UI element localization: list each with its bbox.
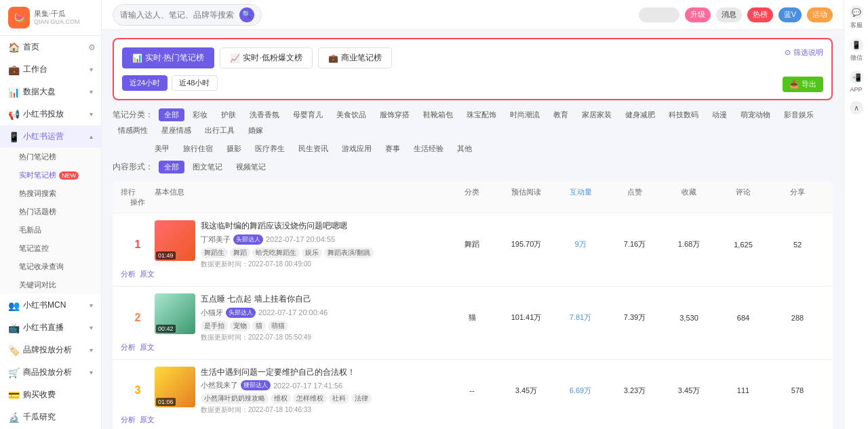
cat-btn-fragrance[interactable]: 洗香香氛: [244, 108, 285, 121]
header-right: 升级 消息 热榜 蓝V 活动: [639, 7, 833, 22]
analyze-link[interactable]: 分析: [121, 415, 136, 425]
cat-btn-news[interactable]: 民生资讯: [293, 142, 334, 155]
cat-btn-makeup[interactable]: 彩妆: [187, 108, 213, 121]
collapse-item[interactable]: ∧: [850, 101, 863, 115]
col-action: 操作: [121, 197, 155, 207]
note-update-time: 数据更新时间：2022-07-18 00:49:00: [201, 260, 445, 269]
tab-realtime-low-fans[interactable]: 📈 实时·低粉爆文榜: [220, 47, 312, 68]
sidebar-item-xhs-op[interactable]: 📱 小红书运营 ▴: [0, 125, 101, 148]
sidebar-item-product[interactable]: 🛒 商品投放分析 ▾: [0, 361, 101, 384]
col-info: 基本信息: [155, 187, 445, 197]
analyze-link[interactable]: 分析: [121, 342, 136, 352]
sidebar-item-keyword-compare[interactable]: 关键词对比: [0, 276, 101, 294]
wechat-item[interactable]: 📱 微信: [850, 38, 863, 62]
sidebar-item-mcn[interactable]: 👥 小红书MCN ▾: [0, 294, 101, 316]
cat-btn-food[interactable]: 美食饮品: [331, 108, 372, 121]
sidebar-item-realtime-notes[interactable]: 实时笔记榜 NEW: [0, 166, 101, 184]
cat-btn-photo[interactable]: 摄影: [221, 142, 247, 155]
sidebar-item-hot-notes[interactable]: 热门笔记榜: [0, 148, 101, 166]
cat-btn-nailart[interactable]: 美甲: [149, 142, 175, 155]
cat-btn-travel-tools[interactable]: 出行工具: [199, 124, 240, 137]
original-link[interactable]: 原文: [140, 342, 155, 352]
cat-btn-skincare[interactable]: 护肤: [216, 108, 241, 121]
cat-btn-jewelry[interactable]: 珠宝配饰: [461, 108, 502, 121]
cat-btn-life[interactable]: 生活经验: [408, 142, 449, 155]
sidebar-item-xhs-put[interactable]: 📢 小红书投放 ▾: [0, 103, 101, 125]
cat-btn-sports[interactable]: 赛事: [380, 142, 406, 155]
sidebar-item-research[interactable]: 🔬 千瓜研究: [0, 406, 101, 428]
collect-cell: 1.68万: [662, 239, 716, 249]
note-title[interactable]: 生活中遇到问题一定要维护自己的合法权！: [201, 367, 445, 378]
header-btn-orange[interactable]: 活动: [807, 7, 833, 22]
format-btn-all[interactable]: 全部: [159, 161, 184, 173]
col-share: 分享: [770, 187, 825, 197]
header-btn-pink[interactable]: 升级: [685, 7, 711, 22]
note-update-time: 数据更新时间：2022-07-18 10:46:33: [201, 405, 445, 415]
sidebar-item-hot-search[interactable]: 热搜词搜索: [0, 184, 101, 203]
sidebar-item-notes-collect[interactable]: 笔记收录查询: [0, 258, 101, 276]
note-title[interactable]: 我这临时编的舞蹈应该没烧伤问题吧嗯嗯: [201, 220, 445, 232]
original-link[interactable]: 原文: [140, 269, 155, 279]
header-btn-1[interactable]: 消息: [716, 7, 742, 22]
format-btn-video[interactable]: 视频笔记: [231, 161, 271, 173]
sidebar-item-notes-monitor[interactable]: 笔记监控: [0, 239, 101, 258]
tab-realtime-hot[interactable]: 📊 实时·热门笔记榜: [122, 47, 214, 68]
note-detail: 五点睡 七点起 墙上挂着你自己 小猫牙 头部达人 2022-07-17 20:0…: [201, 293, 445, 342]
comment-cell: 111: [716, 386, 770, 394]
header-btn-red[interactable]: 热榜: [747, 7, 773, 22]
sidebar-item-buy[interactable]: 💳 购买收费: [0, 384, 101, 406]
format-btn-image[interactable]: 图文笔记: [187, 161, 228, 173]
note-info: 01:49 我这临时编的舞蹈应该没烧伤问题吧嗯嗯 丁邓美子 头部达人 2022-…: [155, 220, 445, 269]
sidebar-item-live[interactable]: 📺 小红书直播 ▾: [0, 316, 101, 339]
note-info: 00:42 五点睡 七点起 墙上挂着你自己 小猫牙 头部达人 2022-07-1…: [155, 293, 445, 342]
cat-btn-home[interactable]: 家居家装: [576, 108, 617, 121]
cat-btn-hotel[interactable]: 旅行住宿: [178, 142, 218, 155]
cat-btn-education[interactable]: 教育: [548, 108, 574, 121]
cat-btn-emotion[interactable]: 情感两性: [113, 124, 153, 137]
cat-btn-tech[interactable]: 科技数码: [663, 108, 704, 121]
sidebar-item-data[interactable]: 📊 数据大盘 ▾: [0, 81, 101, 103]
comment-cell: 1,625: [716, 241, 770, 249]
sidebar-item-mao-new[interactable]: 毛新品: [0, 221, 101, 239]
sidebar-item-brand[interactable]: 🏷️ 品牌投放分析 ▾: [0, 339, 101, 361]
cat-btn-fitness[interactable]: 健身减肥: [620, 108, 660, 121]
arrow-icon: ▾: [90, 302, 93, 309]
filter-icon: ⊙: [785, 48, 791, 57]
cat-btn-trendy[interactable]: 时尚潮流: [505, 108, 545, 121]
sidebar-item-hot-activity[interactable]: 热门话题榜: [0, 203, 101, 221]
tab-icon: 💼: [328, 54, 338, 63]
tab-commercial[interactable]: 💼 商业笔记榜: [318, 47, 392, 68]
cat-btn-shoes[interactable]: 鞋靴箱包: [418, 108, 458, 121]
cat-btn-pets[interactable]: 萌宠动物: [735, 108, 776, 121]
cat-btn-star[interactable]: 星座情感: [156, 124, 197, 137]
filter-hint[interactable]: ⊙ 筛选说明: [785, 47, 823, 58]
note-title[interactable]: 五点睡 七点起 墙上挂着你自己: [201, 293, 445, 305]
original-link[interactable]: 原文: [140, 415, 155, 425]
header-btn-blue[interactable]: 蓝V: [778, 7, 802, 22]
customer-service-item[interactable]: 💬 客服: [850, 5, 863, 30]
export-button[interactable]: 📥 导出: [783, 77, 823, 92]
gear-icon[interactable]: ⚙: [88, 43, 96, 52]
sidebar-item-home[interactable]: 🏠 首页 ⚙: [0, 36, 101, 58]
app-item[interactable]: 📲 APP: [850, 70, 863, 93]
cat-btn-anime[interactable]: 动漫: [707, 108, 732, 121]
cat-btn-medical[interactable]: 医疗养生: [250, 142, 290, 155]
table-row: 2 00:42 五点睡 七点起 墙上挂着你自己 小猫牙 头部达人 2022-07…: [113, 287, 833, 360]
sidebar-item-workspace[interactable]: 💼 工作台 ▾: [0, 58, 101, 81]
cat-btn-entertainment[interactable]: 影音娱乐: [778, 108, 819, 121]
interaction-cell: 9万: [553, 239, 608, 249]
col-category: 分类: [445, 187, 499, 197]
note-tags: 是手拍 宠物 猫 萌猫: [201, 321, 445, 331]
analyze-link[interactable]: 分析: [121, 269, 136, 279]
search-button[interactable]: 🔍: [239, 7, 254, 22]
cat-btn-other[interactable]: 其他: [452, 142, 477, 155]
cat-btn-wedding[interactable]: 婚嫁: [243, 124, 269, 137]
cat-btn-babycare[interactable]: 母婴育儿: [288, 108, 328, 121]
cat-btn-game[interactable]: 游戏应用: [336, 142, 377, 155]
xhs-put-icon: 📢: [8, 109, 19, 120]
cat-btn-all[interactable]: 全部: [159, 108, 184, 121]
search-input[interactable]: [120, 10, 239, 20]
cat-btn-fashion[interactable]: 服饰穿搭: [374, 108, 415, 121]
time-btn-24h[interactable]: 近24小时: [122, 75, 167, 91]
time-btn-48h[interactable]: 近48小时: [172, 75, 217, 91]
